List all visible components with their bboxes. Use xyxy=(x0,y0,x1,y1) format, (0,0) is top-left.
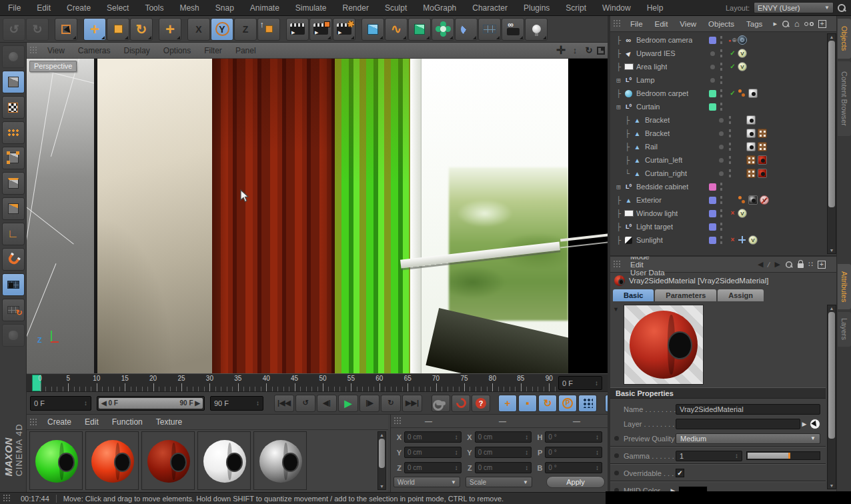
scroll-down-icon[interactable]: ▼ xyxy=(378,484,385,489)
visibility-toggles[interactable] xyxy=(720,75,723,85)
menubar-item-mograph[interactable]: MoGraph xyxy=(415,3,464,13)
rotation-field-b[interactable]: 0 °↕ xyxy=(545,462,602,473)
visibility-dot[interactable] xyxy=(710,51,715,56)
spinner-icon[interactable]: ↕ xyxy=(455,464,458,471)
object-menu-objects[interactable]: Objects xyxy=(702,20,740,28)
menubar-item-animate[interactable]: Animate xyxy=(242,3,287,13)
tab-basic[interactable]: Basic xyxy=(613,289,654,301)
scroll-down-icon[interactable]: ▼ xyxy=(828,248,836,253)
add-spline-button[interactable]: ∿ xyxy=(385,18,407,41)
panel-grip[interactable] xyxy=(613,260,622,269)
rotation-field-h[interactable]: 0 °↕ xyxy=(545,431,602,443)
side-tab-attributes[interactable]: Attributes xyxy=(838,264,851,309)
frame-range-slider[interactable]: ◀ 0 F 90 F ▶ xyxy=(97,396,205,411)
viewport-menu-view[interactable]: View xyxy=(41,46,71,55)
section-header[interactable]: Basic Properties xyxy=(610,387,826,399)
dots-tag-icon[interactable] xyxy=(738,195,746,205)
add-environment-button[interactable] xyxy=(478,18,501,41)
camera-tag-icon[interactable] xyxy=(738,35,747,45)
rotation-field-p[interactable]: 0 °↕ xyxy=(545,447,602,458)
edges-mode-button[interactable] xyxy=(2,172,25,195)
mat-white-tag-icon[interactable] xyxy=(748,89,758,98)
search-icon[interactable] xyxy=(838,4,846,12)
record-scale-button[interactable]: ▪ xyxy=(518,395,537,412)
material-menu-create[interactable]: Create xyxy=(41,417,78,427)
visibility-toggles[interactable] xyxy=(720,89,723,98)
object-manager-scrollbar[interactable]: ▲ ▼ xyxy=(827,33,836,254)
lock-icon[interactable] xyxy=(798,263,804,268)
axis-mode-button[interactable]: ∟ xyxy=(2,223,25,245)
check-state-icon[interactable]: ✓ xyxy=(728,62,738,71)
autokeying-button[interactable] xyxy=(452,395,470,412)
size-field-z[interactable]: 0 cm↕ xyxy=(475,462,532,473)
menubar-item-tools[interactable]: Tools xyxy=(137,3,171,13)
target-state-icon[interactable] xyxy=(728,35,738,45)
apply-button[interactable]: Apply xyxy=(546,476,605,488)
visibility-toggles[interactable] xyxy=(728,169,732,178)
menubar-item-sculpt[interactable]: Sculpt xyxy=(377,3,415,13)
object-menu-view[interactable]: View xyxy=(674,20,702,28)
comp-tag-icon[interactable] xyxy=(746,169,756,178)
mat-dark-tag-icon[interactable] xyxy=(748,195,758,205)
viewport-menu-display[interactable]: Display xyxy=(117,46,156,55)
material-scrollbar[interactable]: ▲ ▼ xyxy=(377,431,386,490)
add-panel-icon[interactable]: + xyxy=(818,261,826,269)
object-menu-tags[interactable]: Tags xyxy=(740,20,768,28)
layer-arrow-icon[interactable]: ▶ xyxy=(800,419,808,429)
menubar-item-character[interactable]: Character xyxy=(464,3,516,13)
scroll-up-icon[interactable]: ▲ xyxy=(378,433,385,437)
toggle-views-icon[interactable] xyxy=(597,47,605,55)
object-row-upward-ies[interactable]: ├▶Upward IES✓ xyxy=(610,47,826,60)
visibility-toggles[interactable] xyxy=(720,222,723,231)
visibility-toggles[interactable] xyxy=(720,209,723,218)
add-generator-button[interactable] xyxy=(408,18,431,41)
spinner-icon[interactable]: ↕ xyxy=(455,433,458,441)
pan-view-icon[interactable]: ✛ xyxy=(555,45,567,57)
workplane-mode-button[interactable] xyxy=(2,121,25,144)
vray-tag-icon[interactable] xyxy=(738,49,747,58)
object-row-curtain-left[interactable]: ├▲Curtain_left xyxy=(610,153,826,167)
side-tab-layers[interactable]: Layers xyxy=(838,312,851,347)
filter-glasses-icon[interactable] xyxy=(804,22,808,26)
visibility-dot[interactable] xyxy=(719,171,724,176)
mat-red-tag-icon[interactable] xyxy=(758,155,767,165)
layer-color-swatch[interactable] xyxy=(709,183,716,191)
spinner-icon[interactable]: ↕ xyxy=(84,399,87,407)
visibility-toggles[interactable] xyxy=(728,142,732,151)
last-tool-button[interactable]: + xyxy=(159,18,181,41)
planar-workplane-button[interactable] xyxy=(2,299,25,321)
expand-icon[interactable]: ⊞ xyxy=(614,76,623,85)
current-frame-field[interactable]: 0 F ↕ xyxy=(558,376,602,390)
vray-tag-icon[interactable] xyxy=(748,235,758,245)
panel-grip[interactable] xyxy=(29,418,38,427)
viewport-canvas[interactable]: Perspective Z xyxy=(27,59,608,373)
spinner-icon[interactable]: ↕ xyxy=(595,379,598,387)
rotate-tool-button[interactable]: ↻ xyxy=(130,18,153,41)
record-keyframe-button[interactable] xyxy=(432,395,450,412)
coordinate-system-button[interactable] xyxy=(257,18,280,41)
layer-picker-icon[interactable] xyxy=(810,419,820,429)
layer-color-swatch[interactable] xyxy=(709,103,716,111)
spinner-icon[interactable]: ↕ xyxy=(596,464,599,471)
history-forward-icon[interactable]: ▶ xyxy=(775,260,780,269)
visibility-toggles[interactable] xyxy=(720,102,723,111)
end-frame-field[interactable]: 90 F ↕ xyxy=(210,396,263,411)
viewport-menu-cameras[interactable]: Cameras xyxy=(71,46,117,55)
comp-tag-icon[interactable] xyxy=(758,142,767,151)
check-state-icon[interactable]: ✓ xyxy=(728,49,738,58)
next-frame-button[interactable]: |▶ xyxy=(359,395,379,412)
visibility-toggles[interactable] xyxy=(720,235,723,245)
scroll-thumb[interactable] xyxy=(379,439,385,468)
spinner-icon[interactable]: ↕ xyxy=(596,449,599,456)
object-row-area-light[interactable]: ├Area light✓ xyxy=(610,60,826,73)
object-row-curtain-right[interactable]: └▲Curtain_right xyxy=(610,167,826,180)
comp-tag-icon[interactable] xyxy=(746,155,756,165)
material-preview[interactable] xyxy=(624,305,704,385)
goto-next-key-button[interactable]: ↻ xyxy=(381,395,401,412)
gamma-field[interactable]: 1 ↕ xyxy=(676,451,742,461)
overridable-checkbox[interactable]: ✓ xyxy=(676,469,684,477)
history-dots-icon[interactable]: ∷ xyxy=(808,260,813,269)
x-state-icon[interactable]: × xyxy=(728,209,738,218)
panel-divider[interactable] xyxy=(608,16,610,504)
submenu-arrow-icon[interactable]: ▸ xyxy=(773,19,777,28)
